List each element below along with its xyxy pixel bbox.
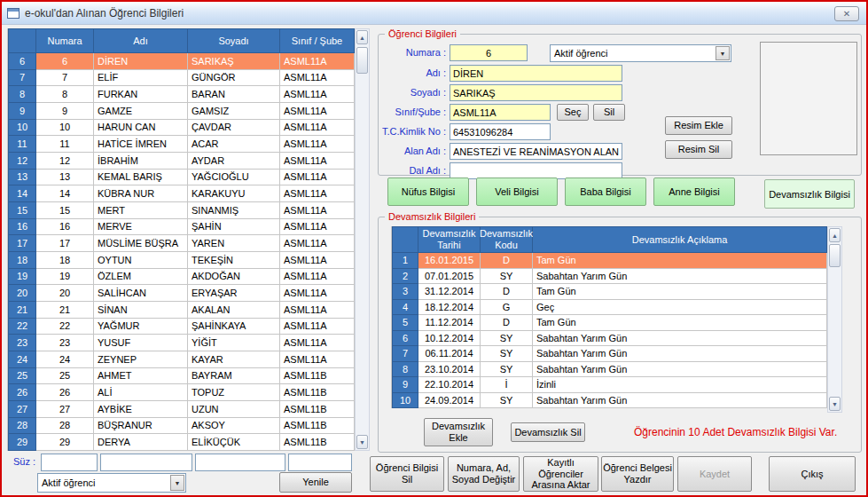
numara-cell[interactable]: 10 (36, 120, 94, 137)
kod-cell[interactable]: İ (481, 377, 533, 393)
student-status-filter-dropdown[interactable]: Aktif öğrenci ▼ (37, 473, 186, 493)
tarih-cell[interactable]: 18.12.2014 (418, 300, 481, 316)
kod-cell[interactable]: D (481, 284, 533, 300)
sinif-cell[interactable]: ASML11A (280, 252, 355, 269)
sinif-cell[interactable]: ASML11A (280, 153, 355, 170)
numara-cell[interactable]: 15 (36, 202, 94, 219)
student-status-dropdown[interactable]: Aktif öğrenci ▼ (550, 44, 731, 62)
aciklama-cell[interactable]: İzinli (533, 377, 827, 393)
soyadi-cell[interactable]: GÜNGÖR (188, 70, 280, 87)
scroll-up-icon[interactable]: ▲ (829, 228, 841, 242)
numara-cell[interactable]: 16 (36, 219, 94, 236)
aciklama-cell[interactable]: Sabahtan Yarım Gün (533, 269, 827, 285)
veli-bilgisi-button[interactable]: Veli Bilgisi (476, 178, 558, 206)
adi-cell[interactable]: ÖZLEM (94, 269, 188, 286)
sinif-cell[interactable]: ASML11A (280, 136, 355, 153)
soyadi-cell[interactable]: YİĞİT (188, 335, 280, 351)
soyadi-cell[interactable]: UZUN (188, 401, 280, 418)
students-scrollbar[interactable]: ▲ ▼ (355, 28, 370, 451)
numara-cell[interactable]: 20 (36, 285, 94, 302)
resim-sil-button[interactable]: Resim Sil (665, 140, 732, 159)
students-col-soyadi[interactable]: Soyadı (188, 28, 280, 53)
tarih-cell[interactable]: 07.01.2015 (418, 269, 481, 285)
adi-cell[interactable]: YUSUF (94, 335, 188, 351)
sinif-cell[interactable]: ASML11B (280, 418, 355, 435)
sinif-cell[interactable]: ASML11B (280, 384, 355, 401)
soyadi-cell[interactable]: YAREN (188, 235, 280, 252)
numara-cell[interactable]: 21 (36, 302, 94, 319)
baba-bilgisi-button[interactable]: Baba Bilgisi (565, 178, 646, 206)
row-number-cell[interactable]: 8 (8, 86, 36, 103)
adi-cell[interactable]: ALİ (94, 384, 188, 401)
soyadi-cell[interactable]: ACAR (188, 136, 280, 153)
numara-cell[interactable]: 23 (36, 335, 94, 351)
numara-cell[interactable]: 9 (36, 103, 94, 120)
row-number-cell[interactable]: 4 (392, 300, 418, 316)
aciklama-cell[interactable]: Sabahtan Yarım Gün (533, 331, 827, 347)
row-number-cell[interactable]: 20 (8, 285, 36, 302)
filter-input-soyadi[interactable] (195, 454, 285, 471)
row-number-cell[interactable]: 10 (8, 120, 36, 137)
tarih-cell[interactable]: 23.10.2014 (418, 362, 481, 378)
soyadi-cell[interactable]: KAYAR (188, 351, 280, 368)
filter-input-adi[interactable] (100, 454, 192, 471)
adi-cell[interactable]: AYBİKE (94, 401, 188, 418)
sinif-cell[interactable]: ASML11A (280, 70, 355, 87)
row-number-cell[interactable]: 13 (8, 170, 36, 186)
row-number-cell[interactable]: 18 (8, 252, 36, 269)
sil-button[interactable]: Sil (593, 104, 625, 121)
sinif-cell[interactable]: ASML11A (280, 335, 355, 351)
row-number-cell[interactable]: 19 (8, 269, 36, 286)
students-col-sinif[interactable]: Sınıf / Şube (280, 28, 355, 53)
adi-cell[interactable]: DERYA (94, 434, 188, 451)
numara-cell[interactable]: 17 (36, 235, 94, 252)
devamsizlik-ekle-button[interactable]: Devamsızlık Ekle (424, 418, 493, 446)
kod-cell[interactable]: D (481, 253, 533, 269)
soyadi-cell[interactable]: TOPUZ (188, 384, 280, 401)
absence-scrollbar[interactable]: ▲ ▼ (827, 226, 842, 413)
tc-field[interactable] (450, 123, 551, 140)
sinif-cell[interactable]: ASML11A (280, 170, 355, 186)
aciklama-cell[interactable]: Tam Gün (533, 315, 827, 331)
kod-cell[interactable]: SY (481, 331, 533, 347)
tarih-cell[interactable]: 31.12.2014 (418, 284, 481, 300)
row-number-cell[interactable]: 3 (392, 284, 418, 300)
sinif-cell[interactable]: ASML11A (280, 103, 355, 120)
ogrenci-bilgisi-sil-button[interactable]: Öğrenci Bilgisi Sil (370, 456, 444, 492)
kod-cell[interactable]: SY (481, 269, 533, 285)
filter-input-sinif[interactable] (288, 454, 352, 471)
row-number-cell[interactable]: 28 (8, 418, 36, 435)
soyadi-cell[interactable]: SARIKAŞ (188, 53, 280, 70)
alan-field[interactable] (450, 143, 622, 160)
row-number-cell[interactable]: 15 (8, 202, 36, 219)
kod-cell[interactable]: SY (481, 346, 533, 362)
students-col-adi[interactable]: Adı (94, 28, 188, 53)
numara-cell[interactable]: 8 (36, 86, 94, 103)
row-number-cell[interactable]: 25 (8, 368, 36, 385)
row-number-cell[interactable]: 6 (392, 331, 418, 347)
adi-cell[interactable]: ZEYNEP (94, 351, 188, 368)
soyadi-cell[interactable]: KARAKUYU (188, 185, 280, 202)
sinif-cell[interactable]: ASML11B (280, 401, 355, 418)
filter-input-numara[interactable] (41, 454, 98, 471)
aciklama-cell[interactable]: Tam Gün (533, 284, 827, 300)
numara-cell[interactable]: 14 (36, 185, 94, 202)
sinif-cell[interactable]: ASML11A (280, 202, 355, 219)
adi-cell[interactable]: MERVE (94, 219, 188, 236)
adi-cell[interactable]: FURKAN (94, 86, 188, 103)
sinif-field[interactable] (450, 104, 551, 121)
row-number-cell[interactable]: 12 (8, 153, 36, 170)
numara-cell[interactable]: 12 (36, 153, 94, 170)
refresh-button[interactable]: Yenile (279, 472, 352, 493)
sec-button[interactable]: Seç (557, 104, 589, 121)
soyadi-cell[interactable]: YAĞCIOĞLU (188, 170, 280, 186)
sinif-cell[interactable]: ASML11A (280, 185, 355, 202)
row-number-cell[interactable]: 16 (8, 219, 36, 236)
row-number-cell[interactable]: 10 (392, 393, 418, 409)
sinif-cell[interactable]: ASML11A (280, 219, 355, 236)
absence-col-kod[interactable]: Devamsızlık Kodu (481, 226, 533, 253)
soyadi-cell[interactable]: AKSOY (188, 418, 280, 435)
row-number-cell[interactable]: 6 (8, 53, 36, 70)
absence-col-tarih[interactable]: Devamsızlık Tarihi (418, 226, 481, 253)
scroll-down-icon[interactable]: ▼ (356, 435, 368, 449)
